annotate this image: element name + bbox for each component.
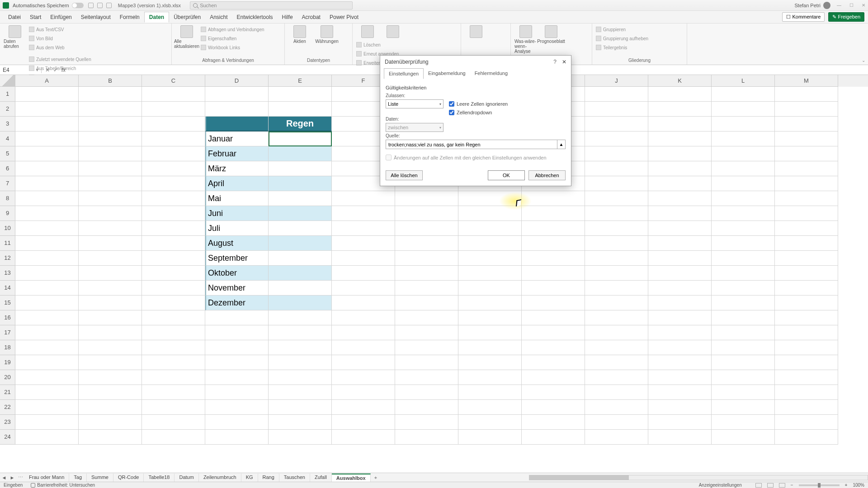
cell[interactable]	[15, 281, 79, 296]
cell[interactable]	[712, 296, 775, 310]
cell[interactable]	[269, 191, 332, 206]
cell[interactable]	[205, 415, 269, 430]
new-sheet-button[interactable]: +	[371, 474, 381, 481]
cell[interactable]: Juni	[205, 206, 269, 221]
cell[interactable]	[775, 251, 838, 266]
cell[interactable]	[395, 206, 458, 221]
column-header[interactable]: C	[142, 75, 205, 87]
cell[interactable]	[15, 161, 79, 176]
cell[interactable]	[332, 206, 395, 221]
cell[interactable]	[269, 430, 332, 445]
forecast-sheet-button[interactable]: Prognoseblatt	[540, 25, 562, 44]
cell[interactable]	[585, 385, 648, 400]
ribbon-item[interactable]: Von Bild	[29, 34, 101, 42]
page-break-view-icon[interactable]	[779, 483, 785, 488]
cell[interactable]	[585, 251, 648, 266]
cell[interactable]	[712, 102, 775, 117]
cell[interactable]	[205, 355, 269, 370]
cell[interactable]	[775, 236, 838, 251]
cell[interactable]	[458, 355, 522, 370]
cell[interactable]	[395, 266, 458, 281]
cell[interactable]	[775, 355, 838, 370]
row-header[interactable]: 3	[0, 117, 15, 131]
cell[interactable]	[585, 206, 648, 221]
cell[interactable]	[522, 281, 585, 296]
cell[interactable]: September	[205, 251, 269, 266]
cell[interactable]	[15, 370, 79, 385]
row-header[interactable]: 15	[0, 296, 15, 310]
search-box[interactable]: Suchen	[190, 1, 353, 9]
ribbon-item[interactable]: Teilergebnis	[596, 43, 668, 52]
cell[interactable]	[79, 325, 142, 340]
cell[interactable]	[15, 340, 79, 355]
cell[interactable]: Januar	[205, 131, 269, 146]
cell[interactable]	[712, 131, 775, 146]
cell[interactable]	[269, 266, 332, 281]
row-header[interactable]: 1	[0, 87, 15, 102]
cell[interactable]: Mai	[205, 191, 269, 206]
cell[interactable]	[712, 415, 775, 430]
cell[interactable]	[15, 176, 79, 191]
get-data-button[interactable]: Daten abrufen	[4, 25, 26, 49]
cell[interactable]	[775, 340, 838, 355]
cell[interactable]	[522, 340, 585, 355]
ribbon-item[interactable]: Abfragen und Verbindungen	[201, 25, 273, 33]
cell[interactable]	[15, 221, 79, 236]
cell[interactable]	[205, 117, 269, 131]
cell[interactable]	[142, 236, 205, 251]
cell[interactable]	[775, 296, 838, 310]
ribbon-tab-formeln[interactable]: Formeln	[115, 12, 144, 22]
cell[interactable]	[269, 131, 332, 146]
row-header[interactable]: 22	[0, 400, 15, 415]
cell[interactable]	[332, 310, 395, 325]
cell[interactable]	[15, 400, 79, 415]
whatif-button[interactable]: Was-wäre-wenn-Analyse	[514, 25, 537, 54]
accessibility-status[interactable]: Barrierefreiheit: Untersuchen	[31, 483, 95, 488]
cell[interactable]	[648, 176, 712, 191]
cell[interactable]	[648, 146, 712, 161]
cell[interactable]	[15, 385, 79, 400]
sheet-nav-prev[interactable]: ◄	[0, 475, 8, 480]
cell[interactable]	[522, 191, 585, 206]
cell[interactable]: November	[205, 281, 269, 296]
close-icon[interactable]: ✕	[862, 3, 865, 8]
cell[interactable]	[15, 325, 79, 340]
cell[interactable]	[585, 310, 648, 325]
allow-dropdown[interactable]: Liste▾	[386, 99, 443, 108]
cell[interactable]	[142, 355, 205, 370]
cell[interactable]	[585, 102, 648, 117]
cell[interactable]	[522, 325, 585, 340]
row-header[interactable]: 14	[0, 281, 15, 296]
ribbon-tab-seitenlayout[interactable]: Seitenlayout	[76, 12, 115, 22]
cell[interactable]	[648, 266, 712, 281]
collapse-ribbon-icon[interactable]: ⌄	[862, 58, 865, 63]
cell[interactable]	[142, 415, 205, 430]
cell[interactable]	[79, 415, 142, 430]
cell[interactable]	[712, 340, 775, 355]
cell[interactable]	[712, 266, 775, 281]
cell[interactable]	[269, 385, 332, 400]
cell[interactable]	[205, 430, 269, 445]
cell[interactable]	[648, 385, 712, 400]
zoom-level[interactable]: 100%	[853, 483, 864, 488]
cell[interactable]	[269, 102, 332, 117]
cell[interactable]	[269, 310, 332, 325]
cell[interactable]	[458, 296, 522, 310]
cell[interactable]	[458, 400, 522, 415]
cell[interactable]	[142, 117, 205, 131]
cell[interactable]	[332, 340, 395, 355]
cell[interactable]	[142, 87, 205, 102]
cell[interactable]	[395, 370, 458, 385]
cell[interactable]	[585, 146, 648, 161]
ribbon-tab-entwicklertools[interactable]: Entwicklertools	[232, 12, 278, 22]
cell[interactable]	[269, 355, 332, 370]
cell[interactable]	[269, 325, 332, 340]
cell[interactable]	[585, 370, 648, 385]
cancel-button[interactable]: Abbrechen	[528, 170, 566, 180]
cell[interactable]	[79, 146, 142, 161]
column-header[interactable]: D	[205, 75, 269, 87]
cell[interactable]	[269, 87, 332, 102]
cell[interactable]	[648, 355, 712, 370]
cell[interactable]	[142, 266, 205, 281]
cell[interactable]	[458, 236, 522, 251]
